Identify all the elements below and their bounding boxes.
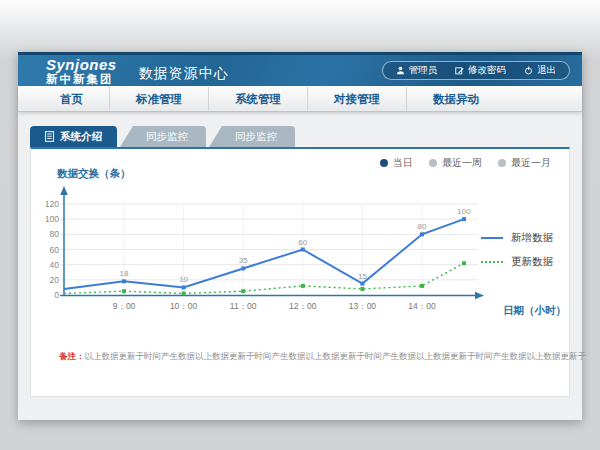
svg-text:13：00: 13：00 (349, 301, 377, 311)
radio-dot (498, 159, 506, 167)
note-text: 以上数据更新于时间产生数据以上数据更新于时间产生数据以上数据更新于时间产生数据以… (85, 351, 587, 361)
change-password-button[interactable]: 修改密码 (446, 64, 515, 77)
legend-swatch-dotted (481, 261, 503, 263)
logout-label: 退出 (537, 64, 556, 77)
radio-label: 最近一周 (442, 156, 482, 170)
svg-text:60: 60 (298, 238, 307, 247)
svg-text:20: 20 (50, 275, 60, 285)
page-title: 数据资源中心 (139, 65, 229, 83)
svg-text:9：00: 9：00 (113, 301, 136, 311)
logo-text-en: Synjones (46, 57, 117, 72)
user-toolbar: 管理员 修改密码 退出 (382, 61, 571, 80)
current-user-button[interactable]: 管理员 (387, 64, 447, 77)
nav-item-interface-mgmt[interactable]: 对接管理 (307, 87, 406, 111)
app-window: Synjones 新中新集团 数据资源中心 管理员 修改密码 退出 (18, 52, 582, 420)
tab-label: 系统介绍 (60, 126, 102, 147)
main-nav: 首页 标准管理 系统管理 对接管理 数据异动 (18, 86, 582, 112)
time-range-selector: 当日 最近一周 最近一月 (380, 156, 551, 170)
tab-label: 同步监控 (235, 130, 277, 142)
tab-system-intro[interactable]: 系统介绍 (30, 126, 117, 147)
company-logo: Synjones 新中新集团 (46, 57, 117, 86)
svg-text:10：00: 10：00 (170, 301, 198, 311)
current-user-label: 管理员 (409, 64, 438, 77)
svg-text:10: 10 (179, 275, 188, 284)
chart-legend: 新增数据 更新数据 (481, 231, 553, 279)
radio-dot (429, 159, 437, 167)
svg-text:100: 100 (457, 207, 471, 216)
svg-text:11：00: 11：00 (230, 301, 257, 311)
tab-sync-monitor-2[interactable]: 同步监控 (209, 126, 295, 147)
svg-text:80: 80 (50, 229, 60, 239)
legend-item-new-data: 新增数据 (481, 231, 553, 245)
legend-item-updated-data: 更新数据 (481, 255, 553, 269)
legend-label: 新增数据 (511, 231, 553, 245)
svg-text:60: 60 (50, 245, 60, 255)
change-password-label: 修改密码 (468, 64, 506, 77)
chart-panel: 当日 最近一周 最近一月 数据交换（条） 0204060801001209：00… (30, 147, 570, 397)
nav-item-home[interactable]: 首页 (34, 87, 109, 111)
svg-text:18: 18 (120, 269, 129, 278)
svg-text:15: 15 (358, 272, 367, 281)
desktop-background: Synjones 新中新集团 数据资源中心 管理员 修改密码 退出 (0, 0, 600, 450)
nav-item-standard-mgmt[interactable]: 标准管理 (109, 87, 208, 111)
svg-text:40: 40 (50, 260, 60, 270)
nav-item-data-change[interactable]: 数据异动 (406, 87, 505, 111)
svg-text:35: 35 (239, 256, 248, 265)
y-axis-title: 数据交换（条） (57, 167, 131, 181)
note-prefix: 备注： (59, 351, 85, 361)
radio-dot (380, 159, 388, 167)
app-header: Synjones 新中新集团 数据资源中心 管理员 修改密码 退出 (18, 52, 582, 86)
power-icon (524, 66, 533, 75)
radio-last-week[interactable]: 最近一周 (429, 156, 482, 170)
svg-text:12：00: 12：00 (289, 301, 317, 311)
content-area: 系统介绍 同步监控 同步监控 当日 最近一周 (18, 112, 582, 397)
tab-sync-monitor-1[interactable]: 同步监控 (120, 126, 206, 147)
tab-bar: 系统介绍 同步监控 同步监控 (30, 126, 570, 147)
svg-text:0: 0 (54, 290, 59, 300)
edit-icon (455, 66, 464, 75)
nav-item-system-mgmt[interactable]: 系统管理 (208, 87, 307, 111)
x-axis-title: 日期（小时） (503, 304, 566, 318)
legend-swatch-solid (481, 237, 503, 239)
svg-text:14：00: 14：00 (408, 301, 436, 311)
legend-label: 更新数据 (511, 255, 553, 269)
radio-last-month[interactable]: 最近一月 (498, 156, 551, 170)
svg-text:100: 100 (46, 214, 59, 224)
user-icon (396, 66, 405, 75)
radio-today[interactable]: 当日 (380, 156, 413, 170)
document-icon (45, 131, 54, 142)
logo-text-cn: 新中新集团 (46, 74, 117, 86)
svg-text:80: 80 (418, 222, 427, 231)
logout-button[interactable]: 退出 (515, 64, 565, 77)
footer-note: 备注：以上数据更新于时间产生数据以上数据更新于时间产生数据以上数据更新于时间产生… (59, 351, 586, 363)
svg-text:120: 120 (46, 199, 59, 209)
radio-label: 最近一月 (511, 156, 551, 170)
radio-label: 当日 (393, 156, 413, 170)
tab-label: 同步监控 (146, 130, 188, 142)
exchange-line-chart: 0204060801001209：0010：0011：0012：0013：001… (46, 182, 501, 320)
